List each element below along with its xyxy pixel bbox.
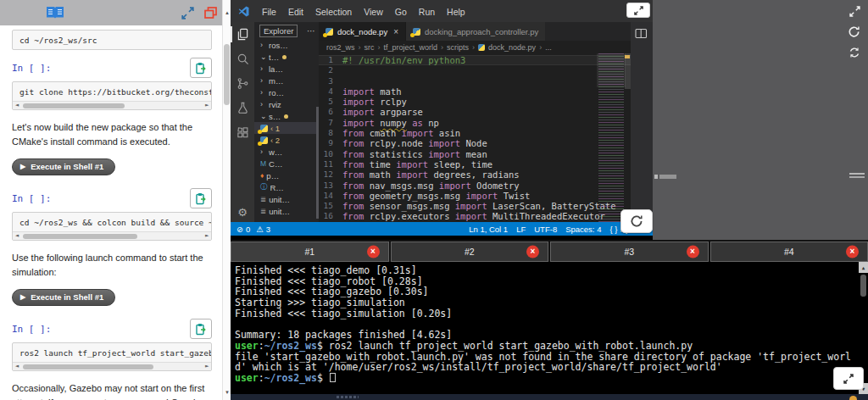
explorer-item[interactable]: ‹ 2 <box>254 134 319 146</box>
explorer-item[interactable]: ♦p… <box>254 169 319 181</box>
tab-dock-node[interactable]: dock_node.py × <box>319 22 405 41</box>
code-line[interactable]: 3 <box>319 76 631 86</box>
more-actions-icon[interactable]: ⋯ <box>307 26 315 36</box>
menu-view[interactable]: View <box>358 7 389 17</box>
terminal[interactable]: Finished <<< tiago_demo [0.31s]Finished … <box>231 262 868 394</box>
breadcrumb-item[interactable]: tf_project_world <box>384 43 438 52</box>
breadcrumb-item[interactable]: ... <box>545 43 552 52</box>
errors-indicator[interactable]: ⊘0 <box>236 225 250 234</box>
expand-vscode-button[interactable] <box>626 3 650 18</box>
execute-shell-button[interactable]: ▶Execute in Shell #1 <box>12 158 115 175</box>
expand-notebook-icon[interactable] <box>181 7 194 19</box>
terminal-tab-4[interactable]: #4× <box>710 242 868 262</box>
scroll-right-icon[interactable]: ► <box>203 102 211 109</box>
execute-shell-button[interactable]: ▶Execute in Shell #1 <box>12 289 115 306</box>
code-line[interactable]: 8from cmath import asin <box>319 128 631 138</box>
status-item[interactable]: UTF-8 <box>534 225 557 234</box>
horizontal-scrollbar[interactable]: ◄► <box>13 101 211 109</box>
refresh-icon[interactable] <box>848 25 860 38</box>
scrollbar-thumb[interactable] <box>23 103 125 108</box>
scrollbar-thumb[interactable] <box>625 53 631 89</box>
menu-help[interactable]: Help <box>441 7 471 17</box>
split-editor-icon[interactable] <box>635 27 648 42</box>
settings-gear-icon[interactable]: ⚙ <box>231 206 254 219</box>
explorer-item[interactable]: ›ro… <box>254 86 319 98</box>
tab-docking-approach-controller[interactable]: docking_approach_controller.py <box>405 22 545 41</box>
code-line[interactable]: 2 <box>319 65 631 75</box>
horizontal-scrollbar[interactable]: ◄► <box>13 362 211 370</box>
editor-scrollbar[interactable] <box>625 53 631 222</box>
expand-preview-icon[interactable] <box>849 6 860 17</box>
scrollbar-thumb[interactable] <box>224 44 230 105</box>
copy-button[interactable] <box>190 188 212 208</box>
code-cell[interactable]: cd ~/ros2_ws/src <box>12 30 212 50</box>
copy-button[interactable] <box>190 319 212 339</box>
horizontal-scrollbar[interactable]: ◄► <box>13 231 211 240</box>
minimap[interactable] <box>598 53 624 222</box>
minimap-slider[interactable] <box>597 53 626 87</box>
breadcrumb-item[interactable]: dock_node.py <box>488 43 536 52</box>
close-terminal-icon[interactable]: × <box>367 246 380 258</box>
code-line[interactable]: 13from nav_msgs.msg import Odometry <box>319 181 631 191</box>
expand-terminal-button[interactable] <box>833 367 864 390</box>
explorer-item[interactable]: ›la… <box>254 63 319 75</box>
scroll-right-icon[interactable]: ► <box>203 232 211 240</box>
menu-edit[interactable]: Edit <box>282 7 309 17</box>
sync-icon[interactable] <box>849 47 860 58</box>
status-item[interactable]: LF <box>516 225 526 234</box>
code-cell[interactable]: cd ~/ros2_ws && colcon build && source ~… <box>12 212 212 241</box>
notebook-icon[interactable] <box>46 6 64 19</box>
status-item[interactable]: Ln 1, Col 1 <box>469 225 508 234</box>
code-line[interactable]: 15from sensor_msgs.msg import LaserScan,… <box>319 201 631 211</box>
explorer-item[interactable]: ≣unit… <box>254 205 319 217</box>
scroll-left-icon[interactable]: ◄ <box>13 363 21 370</box>
warnings-indicator[interactable]: ⚠3 <box>256 225 270 234</box>
code-editor[interactable]: 1#! /usr/bin/env python3234import math5i… <box>319 53 631 222</box>
source-control-icon[interactable] <box>231 77 254 90</box>
explorer-item[interactable]: ›w… <box>254 146 319 158</box>
scroll-right-icon[interactable]: ► <box>203 363 211 370</box>
copy-button[interactable] <box>190 58 212 78</box>
explorer-item[interactable]: ≣unit… <box>254 193 319 205</box>
code-line[interactable]: 1#! /usr/bin/env python3 <box>319 55 631 65</box>
code-cell[interactable]: git clone https://bitbucket.org/theconst… <box>12 81 212 110</box>
close-tab-icon[interactable]: × <box>393 27 398 36</box>
explorer-item[interactable]: ⌄t… <box>254 51 319 63</box>
breadcrumb-item[interactable]: ros2_ws <box>326 43 355 52</box>
close-terminal-icon[interactable]: × <box>687 246 699 258</box>
code-line[interactable]: 10from statistics import mean <box>319 149 631 159</box>
explorer-item[interactable]: ›m… <box>254 75 319 86</box>
terminal-tab-3[interactable]: #3× <box>550 242 709 262</box>
code-line[interactable]: 14from geometry_msgs.msg import Twist <box>319 191 631 201</box>
restore-window-icon[interactable] <box>204 7 217 19</box>
menu-go[interactable]: Go <box>389 7 413 17</box>
code-line[interactable]: 5import rclpy <box>319 97 631 107</box>
notebook-scrollbar[interactable]: ▲ ▼ <box>222 0 231 400</box>
code-line[interactable]: 9from rclpy.node import Node <box>319 138 631 148</box>
breadcrumb-item[interactable]: src <box>364 43 375 52</box>
menu-selection[interactable]: Selection <box>309 7 358 17</box>
code-line[interactable]: 6import argparse <box>319 107 631 117</box>
explorer-item[interactable]: MC… <box>254 158 319 169</box>
breadcrumb-item[interactable]: scripts <box>447 43 469 52</box>
scroll-left-icon[interactable]: ◄ <box>13 102 21 109</box>
explorer-item[interactable]: ⓘR… <box>254 181 319 193</box>
explorer-icon[interactable] <box>231 28 254 41</box>
test-flask-icon[interactable] <box>231 102 254 114</box>
close-terminal-icon[interactable]: × <box>846 246 859 258</box>
terminal-tab-1[interactable]: #1× <box>231 242 389 262</box>
scroll-left-icon[interactable]: ◄ <box>13 232 21 240</box>
status-item[interactable]: Spaces: 4 <box>565 225 601 234</box>
close-terminal-icon[interactable]: × <box>526 246 539 258</box>
reload-button[interactable] <box>620 209 653 233</box>
menu-file[interactable]: File <box>256 7 282 17</box>
code-line[interactable]: 11from time import sleep, time <box>319 159 631 169</box>
scrollbar-thumb[interactable] <box>23 364 153 369</box>
extensions-icon[interactable] <box>231 126 254 139</box>
scrollbar-thumb[interactable] <box>860 275 866 297</box>
code-line[interactable]: 7import numpy as np <box>319 118 631 128</box>
search-icon[interactable] <box>231 53 254 65</box>
explorer-item[interactable]: ›rviz <box>254 98 319 110</box>
code-line[interactable]: 16from rclpy.executors import MultiThrea… <box>319 211 631 221</box>
explorer-item[interactable]: ›ros… <box>254 39 319 51</box>
